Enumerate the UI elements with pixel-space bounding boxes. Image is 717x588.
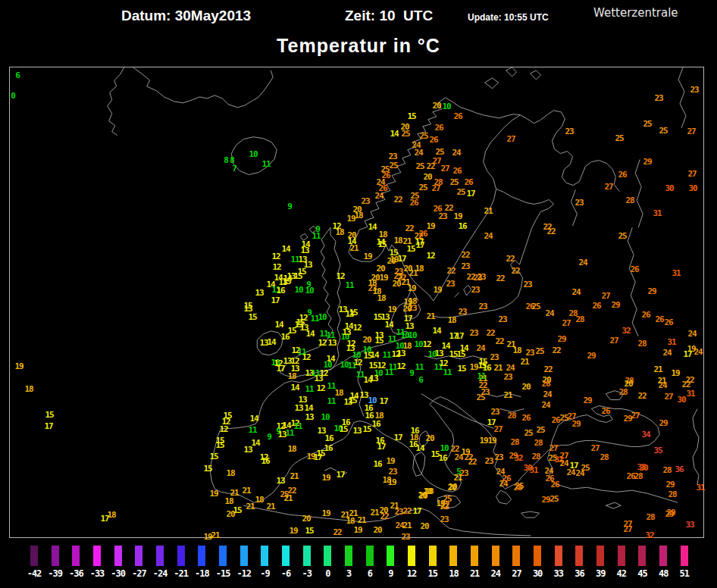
station-temp: 10 <box>321 414 329 421</box>
scale-swatch <box>93 546 101 566</box>
scale-label: -21 <box>174 568 188 579</box>
scale-swatch <box>72 546 80 566</box>
station-temp: 21 <box>520 358 528 366</box>
station-temp: 26 <box>618 171 626 179</box>
station-temp: 12 <box>319 370 327 377</box>
station-temp: 19 <box>353 527 362 534</box>
station-temp: 9 <box>267 433 271 441</box>
station-temp: 15 <box>456 351 465 358</box>
scale-label: 21 <box>470 568 479 579</box>
scale-swatch <box>303 546 311 566</box>
scale-item: -30 <box>108 546 128 585</box>
station-temp: 25 <box>389 162 397 170</box>
station-temp: 22 <box>461 252 469 259</box>
station-temp: 19 <box>407 285 415 292</box>
station-temp: 15 <box>377 241 386 249</box>
station-temp: 25 <box>515 483 523 490</box>
station-temp: 28 <box>637 340 646 348</box>
scale-label: 42 <box>617 568 626 579</box>
scale-label: 36 <box>575 568 584 579</box>
scale-swatch <box>114 546 122 566</box>
station-temp: 16 <box>276 287 284 295</box>
station-temp: 24 <box>414 149 422 157</box>
station-temp: 16 <box>410 427 418 435</box>
station-temp: 16 <box>373 461 381 468</box>
station-temp: 25 <box>643 120 651 128</box>
scale-swatch <box>198 546 205 566</box>
station-temp: 20 <box>373 527 381 534</box>
scale-swatch <box>681 546 688 566</box>
station-temp: 23 <box>440 516 448 524</box>
station-temp: 24 <box>658 382 666 389</box>
station-temp: 21 <box>211 532 219 540</box>
station-temp: 23 <box>471 286 479 294</box>
station-temp: 22 <box>543 366 552 374</box>
station-temp: 10 <box>362 346 371 354</box>
station-temp: 15 <box>305 527 313 535</box>
station-temp: 15 <box>248 314 256 321</box>
station-temp: 25 <box>418 184 427 192</box>
station-temp: 15 <box>457 365 465 373</box>
scale-item: 18 <box>443 546 463 585</box>
station-temp: 13 <box>352 427 361 435</box>
weather-map: 6088710119191815172010261520142526252624… <box>9 67 704 538</box>
scale-item: -24 <box>150 546 170 585</box>
station-temp: 31 <box>696 484 704 492</box>
station-temp: 16 <box>324 445 332 452</box>
station-temp: 24 <box>571 289 580 296</box>
station-temp: 29 <box>665 511 673 518</box>
station-temp: 21 <box>493 364 502 372</box>
station-temp: 23 <box>498 316 506 324</box>
station-temp: 21 <box>283 495 292 502</box>
scale-item: 36 <box>569 546 589 585</box>
station-temp: 11 <box>293 423 302 430</box>
station-temp: 24 <box>545 310 553 317</box>
station-temp: 21 <box>370 509 378 517</box>
station-temp: 19 <box>469 364 477 371</box>
station-temp: 27 <box>631 412 639 420</box>
station-temp: 14 <box>415 445 424 452</box>
station-temp: 23 <box>484 458 493 465</box>
station-temp: 12 <box>219 426 227 433</box>
scale-swatch <box>345 546 352 566</box>
station-temp: 11 <box>305 386 313 393</box>
station-temp: 24 <box>476 345 484 352</box>
station-temp: 11 <box>312 233 320 240</box>
station-temp: 29 <box>611 302 619 309</box>
scale-swatch <box>449 546 457 566</box>
station-temp: 20 <box>447 484 456 492</box>
station-temp: 31 <box>529 467 537 474</box>
station-temp: 24 <box>578 259 587 267</box>
station-temp: 18 <box>393 237 402 245</box>
station-temp: 23 <box>469 330 477 337</box>
station-temp: 28 <box>646 514 654 521</box>
station-temp: 19 <box>203 533 211 541</box>
station-temp: 17 <box>683 351 691 358</box>
station-temp: 14 <box>281 246 290 253</box>
scale-label: 0 <box>325 568 330 579</box>
station-temp: 34 <box>641 431 650 439</box>
station-temp: 10 <box>408 332 416 339</box>
station-temp: 17 <box>377 443 385 451</box>
station-temp: 26 <box>655 316 663 324</box>
station-temp: 11 <box>248 427 256 434</box>
station-temp: 14 <box>251 439 259 447</box>
station-temp: 13 <box>327 339 336 347</box>
station-temp: 24 <box>543 391 551 399</box>
scale-swatch <box>534 546 541 566</box>
date-label: Datum: 30May2013 <box>121 8 251 24</box>
station-temp: 13 <box>359 392 368 399</box>
station-temp: 30 <box>677 396 685 404</box>
station-temp: 14 <box>305 330 314 338</box>
station-temp: 27 <box>431 185 440 192</box>
scale-label: -3 <box>302 568 312 579</box>
station-temp: 20 <box>425 435 434 443</box>
station-temp: 15 <box>477 362 486 370</box>
station-temp: 18 <box>512 347 521 355</box>
scale-swatch <box>177 546 185 566</box>
station-temp: 18 <box>334 389 343 397</box>
brand-logo-text: Wetterzentrale <box>593 6 678 20</box>
station-temp: 14 <box>370 352 378 359</box>
station-temp: 31 <box>686 390 694 398</box>
station-temp: 12 <box>271 253 280 261</box>
